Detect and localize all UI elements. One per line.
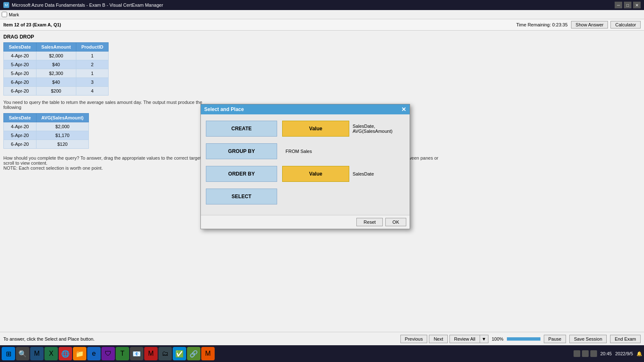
modal-title-bar: Select and Place ✕ (201, 104, 410, 114)
modal-row-select: SELECT (206, 187, 405, 206)
taskbar-folder-icon[interactable]: 📁 (73, 347, 86, 360)
bottom-right: Previous Next Review All ▼ 100% Pause Sa… (400, 335, 641, 343)
review-all-dropdown[interactable]: ▼ (480, 335, 488, 343)
zoom-level: 100% (492, 336, 504, 341)
minimize-button[interactable]: ─ (615, 2, 622, 8)
top-buttons: Show Answer Calculator (571, 21, 641, 28)
modal-row-groupby: GROUP BY FROM Sales (206, 142, 405, 160)
next-button[interactable]: Next (429, 335, 448, 343)
taskbar-right: 20:45 2022/9/5 🔔 (574, 350, 642, 357)
modal-overlay: Select and Place ✕ CREATE Value SalesDat… (0, 31, 644, 332)
menu-bar: Mark (0, 10, 644, 19)
item-info: Item 12 of 23 (Exam A, Q1) (3, 22, 61, 27)
nav-buttons: Previous Next Review All ▼ (400, 335, 488, 343)
groupby-keyword-button[interactable]: GROUP BY (206, 143, 277, 159)
taskbar-notification[interactable]: 🔔 (636, 351, 642, 357)
taskbar-link-icon[interactable]: 🔗 (187, 347, 200, 360)
review-all-group: Review All ▼ (449, 335, 488, 343)
title-bar-left: M Microsoft Azure Data Fundamentals - Ex… (3, 2, 163, 8)
orderby-keyword-button[interactable]: ORDER BY (206, 166, 277, 182)
modal-footer: Reset OK (201, 215, 410, 229)
previous-button[interactable]: Previous (400, 335, 428, 343)
taskbar-vm-icon[interactable]: M (201, 347, 215, 360)
taskbar-browser1-icon[interactable]: 🌐 (59, 347, 72, 360)
value-2-text: SalesDate (353, 171, 374, 176)
from-sales-text: FROM Sales (286, 149, 312, 154)
value-1-text: SalesDate,AVG(SalesAmount) (353, 124, 392, 134)
taskbar-check-icon[interactable]: ✅ (173, 347, 186, 360)
taskbar-left: ⊞ 🔍 M X 🌐 📁 e 🛡 T 📧 M 🗂 ✅ 🔗 M (2, 347, 215, 360)
tray-icon-3 (590, 350, 597, 357)
taskbar-shield-icon[interactable]: 🛡 (101, 347, 115, 360)
taskbar-edge-icon[interactable]: e (87, 347, 101, 360)
modal-body: CREATE Value SalesDate,AVG(SalesAmount) … (201, 114, 410, 215)
taskbar-mail-icon[interactable]: 📧 (130, 347, 143, 360)
taskbar-m-icon[interactable]: M (30, 347, 44, 360)
taskbar-search-icon[interactable]: 🔍 (16, 347, 29, 360)
taskbar-m2-icon[interactable]: M (144, 347, 158, 360)
answer-instructions: To answer, click the Select and Place bu… (3, 336, 95, 341)
mark-label: Mark (9, 12, 19, 17)
bottom-left: To answer, click the Select and Place bu… (3, 336, 95, 341)
taskbar-date: 2022/9/5 (615, 351, 633, 356)
taskbar-store-icon[interactable]: 🗂 (158, 347, 172, 360)
modal-title: Select and Place (204, 106, 244, 112)
select-and-place-modal: Select and Place ✕ CREATE Value SalesDat… (200, 104, 410, 229)
modal-row-create: CREATE Value SalesDate,AVG(SalesAmount) (206, 119, 405, 138)
modal-row-orderby: ORDER BY Value SalesDate (206, 165, 405, 183)
title-bar: M Microsoft Azure Data Fundamentals - Ex… (0, 0, 644, 10)
close-button[interactable]: ✕ (633, 2, 641, 8)
modal-close-button[interactable]: ✕ (401, 106, 406, 113)
taskbar-teams-icon[interactable]: T (116, 347, 129, 360)
pause-button[interactable]: Pause (544, 335, 566, 343)
value-button-1[interactable]: Value (282, 121, 349, 137)
tray-icon-2 (582, 350, 589, 357)
bottom-bar: To answer, click the Select and Place bu… (0, 332, 644, 345)
time-remaining: Time Remaining: 0:23:35 (516, 22, 568, 27)
save-session-button[interactable]: Save Session (569, 335, 607, 343)
review-all-button[interactable]: Review All (449, 335, 480, 343)
maximize-button[interactable]: □ (624, 2, 631, 8)
calculator-button[interactable]: Calculator (610, 21, 641, 28)
taskbar: ⊞ 🔍 M X 🌐 📁 e 🛡 T 📧 M 🗂 ✅ 🔗 M 20:45 2022… (0, 345, 644, 362)
mark-checkbox[interactable] (2, 12, 7, 17)
tray-icon-1 (574, 350, 580, 357)
tray-icons (574, 350, 597, 357)
app-icon: M (3, 2, 9, 8)
main-content: DRAG DROP SalesDate SalesAmount ProductI… (0, 31, 644, 332)
ok-button[interactable]: OK (385, 218, 406, 226)
title-bar-controls: ─ □ ✕ (615, 2, 641, 8)
reset-button[interactable]: Reset (356, 218, 383, 226)
create-keyword-button[interactable]: CREATE (206, 121, 277, 137)
value-button-2[interactable]: Value (282, 166, 349, 182)
end-exam-button[interactable]: End Exam (610, 335, 641, 343)
select-keyword-button[interactable]: SELECT (206, 189, 277, 204)
taskbar-time: 20:45 (600, 351, 612, 356)
zoom-bar (507, 337, 540, 341)
top-area: Item 12 of 23 (Exam A, Q1) Time Remainin… (0, 19, 644, 31)
start-icon[interactable]: ⊞ (2, 347, 15, 360)
taskbar-excel-icon[interactable]: X (44, 347, 58, 360)
show-answer-button[interactable]: Show Answer (571, 21, 608, 28)
window-title: Microsoft Azure Data Fundamentals - Exam… (12, 3, 163, 8)
